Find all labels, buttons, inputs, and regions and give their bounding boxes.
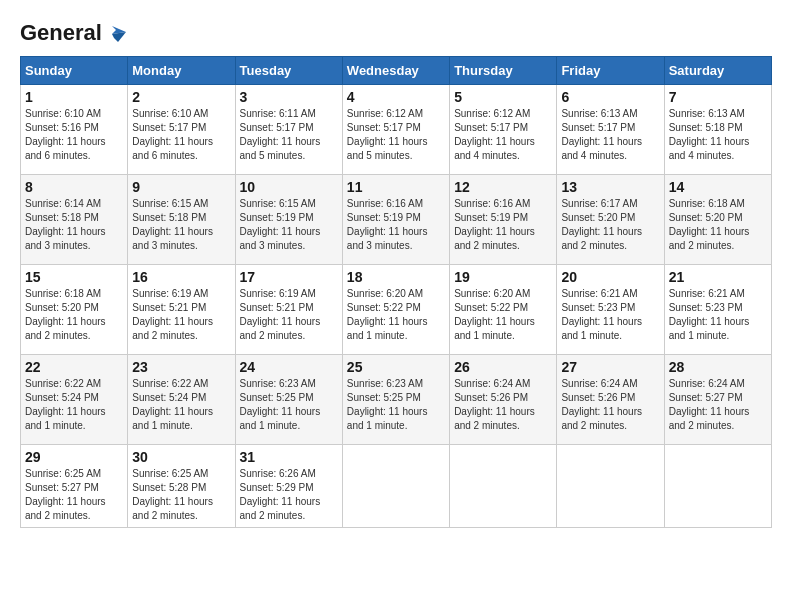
day-number: 12 — [454, 179, 552, 195]
calendar-cell: 18Sunrise: 6:20 AM Sunset: 5:22 PM Dayli… — [342, 265, 449, 355]
day-info: Sunrise: 6:18 AM Sunset: 5:20 PM Dayligh… — [669, 197, 767, 253]
calendar-week-5: 29Sunrise: 6:25 AM Sunset: 5:27 PM Dayli… — [21, 445, 772, 528]
calendar-cell: 21Sunrise: 6:21 AM Sunset: 5:23 PM Dayli… — [664, 265, 771, 355]
day-info: Sunrise: 6:20 AM Sunset: 5:22 PM Dayligh… — [454, 287, 552, 343]
calendar-cell: 6Sunrise: 6:13 AM Sunset: 5:17 PM Daylig… — [557, 85, 664, 175]
day-number: 7 — [669, 89, 767, 105]
logo-bird-icon — [104, 24, 126, 42]
day-number: 1 — [25, 89, 123, 105]
day-number: 23 — [132, 359, 230, 375]
day-number: 4 — [347, 89, 445, 105]
day-info: Sunrise: 6:23 AM Sunset: 5:25 PM Dayligh… — [240, 377, 338, 433]
day-info: Sunrise: 6:24 AM Sunset: 5:27 PM Dayligh… — [669, 377, 767, 433]
calendar-cell — [557, 445, 664, 528]
calendar-cell: 19Sunrise: 6:20 AM Sunset: 5:22 PM Dayli… — [450, 265, 557, 355]
calendar-header-sunday: Sunday — [21, 57, 128, 85]
calendar-cell: 28Sunrise: 6:24 AM Sunset: 5:27 PM Dayli… — [664, 355, 771, 445]
calendar-cell — [450, 445, 557, 528]
calendar-cell: 7Sunrise: 6:13 AM Sunset: 5:18 PM Daylig… — [664, 85, 771, 175]
day-number: 10 — [240, 179, 338, 195]
day-number: 15 — [25, 269, 123, 285]
day-info: Sunrise: 6:23 AM Sunset: 5:25 PM Dayligh… — [347, 377, 445, 433]
day-number: 9 — [132, 179, 230, 195]
calendar-cell: 3Sunrise: 6:11 AM Sunset: 5:17 PM Daylig… — [235, 85, 342, 175]
calendar-cell: 22Sunrise: 6:22 AM Sunset: 5:24 PM Dayli… — [21, 355, 128, 445]
day-info: Sunrise: 6:18 AM Sunset: 5:20 PM Dayligh… — [25, 287, 123, 343]
day-info: Sunrise: 6:24 AM Sunset: 5:26 PM Dayligh… — [561, 377, 659, 433]
calendar-cell: 17Sunrise: 6:19 AM Sunset: 5:21 PM Dayli… — [235, 265, 342, 355]
calendar-week-4: 22Sunrise: 6:22 AM Sunset: 5:24 PM Dayli… — [21, 355, 772, 445]
calendar-week-2: 8Sunrise: 6:14 AM Sunset: 5:18 PM Daylig… — [21, 175, 772, 265]
day-info: Sunrise: 6:12 AM Sunset: 5:17 PM Dayligh… — [454, 107, 552, 163]
day-info: Sunrise: 6:21 AM Sunset: 5:23 PM Dayligh… — [669, 287, 767, 343]
day-number: 27 — [561, 359, 659, 375]
logo: General — [20, 20, 126, 46]
calendar-cell: 15Sunrise: 6:18 AM Sunset: 5:20 PM Dayli… — [21, 265, 128, 355]
day-number: 31 — [240, 449, 338, 465]
day-number: 26 — [454, 359, 552, 375]
calendar-cell: 30Sunrise: 6:25 AM Sunset: 5:28 PM Dayli… — [128, 445, 235, 528]
calendar-cell: 23Sunrise: 6:22 AM Sunset: 5:24 PM Dayli… — [128, 355, 235, 445]
calendar-cell: 8Sunrise: 6:14 AM Sunset: 5:18 PM Daylig… — [21, 175, 128, 265]
calendar-cell: 13Sunrise: 6:17 AM Sunset: 5:20 PM Dayli… — [557, 175, 664, 265]
day-info: Sunrise: 6:19 AM Sunset: 5:21 PM Dayligh… — [132, 287, 230, 343]
calendar-header-tuesday: Tuesday — [235, 57, 342, 85]
day-number: 24 — [240, 359, 338, 375]
day-info: Sunrise: 6:25 AM Sunset: 5:27 PM Dayligh… — [25, 467, 123, 523]
day-info: Sunrise: 6:13 AM Sunset: 5:18 PM Dayligh… — [669, 107, 767, 163]
calendar-cell: 27Sunrise: 6:24 AM Sunset: 5:26 PM Dayli… — [557, 355, 664, 445]
day-number: 8 — [25, 179, 123, 195]
calendar-cell: 29Sunrise: 6:25 AM Sunset: 5:27 PM Dayli… — [21, 445, 128, 528]
calendar-header-wednesday: Wednesday — [342, 57, 449, 85]
day-number: 6 — [561, 89, 659, 105]
calendar-cell — [664, 445, 771, 528]
calendar-cell: 14Sunrise: 6:18 AM Sunset: 5:20 PM Dayli… — [664, 175, 771, 265]
calendar-cell: 25Sunrise: 6:23 AM Sunset: 5:25 PM Dayli… — [342, 355, 449, 445]
calendar-cell: 4Sunrise: 6:12 AM Sunset: 5:17 PM Daylig… — [342, 85, 449, 175]
calendar-cell: 31Sunrise: 6:26 AM Sunset: 5:29 PM Dayli… — [235, 445, 342, 528]
day-info: Sunrise: 6:22 AM Sunset: 5:24 PM Dayligh… — [132, 377, 230, 433]
day-number: 18 — [347, 269, 445, 285]
day-number: 13 — [561, 179, 659, 195]
calendar-header-row: SundayMondayTuesdayWednesdayThursdayFrid… — [21, 57, 772, 85]
day-info: Sunrise: 6:11 AM Sunset: 5:17 PM Dayligh… — [240, 107, 338, 163]
day-number: 21 — [669, 269, 767, 285]
day-info: Sunrise: 6:10 AM Sunset: 5:16 PM Dayligh… — [25, 107, 123, 163]
calendar-cell: 10Sunrise: 6:15 AM Sunset: 5:19 PM Dayli… — [235, 175, 342, 265]
day-number: 16 — [132, 269, 230, 285]
day-number: 22 — [25, 359, 123, 375]
day-info: Sunrise: 6:20 AM Sunset: 5:22 PM Dayligh… — [347, 287, 445, 343]
calendar-header-friday: Friday — [557, 57, 664, 85]
day-info: Sunrise: 6:19 AM Sunset: 5:21 PM Dayligh… — [240, 287, 338, 343]
calendar-header-saturday: Saturday — [664, 57, 771, 85]
calendar-cell: 5Sunrise: 6:12 AM Sunset: 5:17 PM Daylig… — [450, 85, 557, 175]
day-number: 11 — [347, 179, 445, 195]
calendar-cell: 9Sunrise: 6:15 AM Sunset: 5:18 PM Daylig… — [128, 175, 235, 265]
day-number: 17 — [240, 269, 338, 285]
calendar-cell: 2Sunrise: 6:10 AM Sunset: 5:17 PM Daylig… — [128, 85, 235, 175]
day-info: Sunrise: 6:26 AM Sunset: 5:29 PM Dayligh… — [240, 467, 338, 523]
day-info: Sunrise: 6:14 AM Sunset: 5:18 PM Dayligh… — [25, 197, 123, 253]
calendar-header-monday: Monday — [128, 57, 235, 85]
calendar-cell: 16Sunrise: 6:19 AM Sunset: 5:21 PM Dayli… — [128, 265, 235, 355]
day-info: Sunrise: 6:25 AM Sunset: 5:28 PM Dayligh… — [132, 467, 230, 523]
calendar-cell: 11Sunrise: 6:16 AM Sunset: 5:19 PM Dayli… — [342, 175, 449, 265]
day-number: 30 — [132, 449, 230, 465]
day-info: Sunrise: 6:16 AM Sunset: 5:19 PM Dayligh… — [454, 197, 552, 253]
day-info: Sunrise: 6:16 AM Sunset: 5:19 PM Dayligh… — [347, 197, 445, 253]
calendar-cell — [342, 445, 449, 528]
day-number: 28 — [669, 359, 767, 375]
logo-general: General — [20, 20, 102, 46]
calendar-week-1: 1Sunrise: 6:10 AM Sunset: 5:16 PM Daylig… — [21, 85, 772, 175]
calendar-body: 1Sunrise: 6:10 AM Sunset: 5:16 PM Daylig… — [21, 85, 772, 528]
header: General — [20, 20, 772, 46]
day-number: 29 — [25, 449, 123, 465]
calendar-cell: 1Sunrise: 6:10 AM Sunset: 5:16 PM Daylig… — [21, 85, 128, 175]
calendar-cell: 26Sunrise: 6:24 AM Sunset: 5:26 PM Dayli… — [450, 355, 557, 445]
day-number: 5 — [454, 89, 552, 105]
day-info: Sunrise: 6:12 AM Sunset: 5:17 PM Dayligh… — [347, 107, 445, 163]
day-info: Sunrise: 6:17 AM Sunset: 5:20 PM Dayligh… — [561, 197, 659, 253]
day-info: Sunrise: 6:21 AM Sunset: 5:23 PM Dayligh… — [561, 287, 659, 343]
day-number: 20 — [561, 269, 659, 285]
day-info: Sunrise: 6:13 AM Sunset: 5:17 PM Dayligh… — [561, 107, 659, 163]
